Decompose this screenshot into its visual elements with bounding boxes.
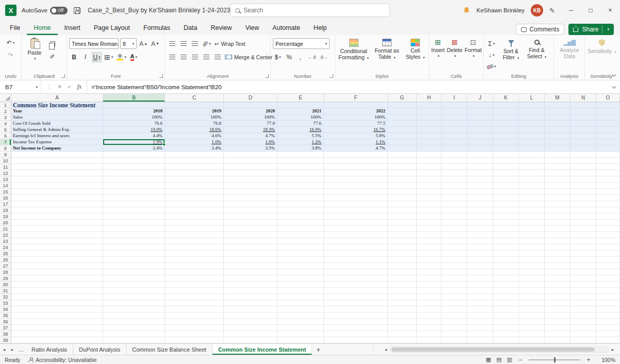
cell-B19[interactable] <box>103 213 165 220</box>
cell-K2[interactable] <box>493 108 519 114</box>
cell-F20[interactable] <box>324 220 388 226</box>
cell-C28[interactable] <box>165 269 224 275</box>
cell-O17[interactable] <box>596 201 620 207</box>
cell-E28[interactable] <box>278 269 324 275</box>
cell-C13[interactable] <box>165 176 224 183</box>
cell-I18[interactable] <box>442 207 467 213</box>
cell-G15[interactable] <box>388 189 417 195</box>
cell-D9[interactable] <box>224 152 278 158</box>
cell-H35[interactable] <box>417 312 442 319</box>
cell-A18[interactable] <box>11 207 103 213</box>
cell-G38[interactable] <box>388 331 417 337</box>
cell-C19[interactable] <box>165 213 224 220</box>
cell-G22[interactable] <box>388 232 417 238</box>
cell-K26[interactable] <box>493 257 519 263</box>
cell-L11[interactable] <box>519 164 545 170</box>
cell-E29[interactable] <box>278 275 324 282</box>
cell-N16[interactable] <box>570 195 596 201</box>
increase-decimal-button[interactable]: ←.0 <box>307 52 317 62</box>
cell-A7[interactable]: Income Tax Expense <box>11 139 103 145</box>
cell-K8[interactable] <box>493 145 519 152</box>
cell-L25[interactable] <box>519 251 545 257</box>
zoom-in-button[interactable]: + <box>585 356 592 363</box>
cell-L31[interactable] <box>519 288 545 294</box>
excel-app-icon[interactable]: X <box>5 5 17 16</box>
cell-N36[interactable] <box>570 319 596 325</box>
fill-dropdown-icon[interactable]: ▾ <box>493 53 495 57</box>
cell-E36[interactable] <box>278 319 324 325</box>
cell-K16[interactable] <box>493 195 519 201</box>
cell-K35[interactable] <box>493 312 519 319</box>
cell-B38[interactable] <box>103 331 165 337</box>
cell-K1[interactable] <box>493 102 519 108</box>
cell-C30[interactable] <box>165 282 224 288</box>
cell-M38[interactable] <box>545 331 570 337</box>
cell-N3[interactable] <box>570 114 596 121</box>
select-all-button[interactable] <box>0 94 11 102</box>
font-size-combo[interactable]: 8▾ <box>120 38 137 49</box>
cell-A3[interactable]: Sales <box>11 114 103 121</box>
cell-N35[interactable] <box>570 312 596 319</box>
cell-O33[interactable] <box>596 300 620 306</box>
cell-M21[interactable] <box>545 226 570 232</box>
cell-N20[interactable] <box>570 220 596 226</box>
row-header-30[interactable]: 30 <box>0 282 11 288</box>
cell-C36[interactable] <box>165 319 224 325</box>
cell-N26[interactable] <box>570 257 596 263</box>
cell-M13[interactable] <box>545 176 570 183</box>
increase-indent-button[interactable] <box>213 52 222 62</box>
cell-M29[interactable] <box>545 275 570 282</box>
cell-O11[interactable] <box>596 164 620 170</box>
cell-E14[interactable] <box>278 183 324 189</box>
cell-I17[interactable] <box>442 201 467 207</box>
cell-G14[interactable] <box>388 183 417 189</box>
autosave-toggle[interactable]: Off <box>50 7 68 14</box>
name-box[interactable]: B7 ▾ <box>0 80 41 93</box>
scroll-left-icon[interactable]: ◂ <box>383 347 389 352</box>
cell-E34[interactable] <box>278 306 324 312</box>
cell-D3[interactable]: 100% <box>224 114 278 121</box>
scrollbar-track[interactable] <box>390 346 609 353</box>
cell-G20[interactable] <box>388 220 417 226</box>
cell-B13[interactable] <box>103 176 165 183</box>
cell-M39[interactable] <box>545 337 570 343</box>
cell-C21[interactable] <box>165 226 224 232</box>
cell-C6[interactable]: 4.6% <box>165 133 224 139</box>
sensitivity-button[interactable]: Sensitivity ▾ <box>587 38 617 54</box>
cell-N21[interactable] <box>570 226 596 232</box>
cell-M12[interactable] <box>545 170 570 176</box>
sheet-tab-common-size-balance-sheet[interactable]: Common Size Balance Sheet <box>126 344 213 355</box>
cell-J33[interactable] <box>467 300 493 306</box>
name-box-dropdown-icon[interactable]: ▾ <box>36 85 38 89</box>
cell-I28[interactable] <box>442 269 467 275</box>
cell-J18[interactable] <box>467 207 493 213</box>
cell-N8[interactable] <box>570 145 596 152</box>
cell-M33[interactable] <box>545 300 570 306</box>
cell-E10[interactable] <box>278 158 324 164</box>
cell-H29[interactable] <box>417 275 442 282</box>
cell-M17[interactable] <box>545 201 570 207</box>
cell-A32[interactable] <box>11 294 103 300</box>
cell-K14[interactable] <box>493 183 519 189</box>
cell-K17[interactable] <box>493 201 519 207</box>
cell-E11[interactable] <box>278 164 324 170</box>
cell-N11[interactable] <box>570 164 596 170</box>
cell-J4[interactable] <box>467 121 493 127</box>
cell-A9[interactable] <box>11 152 103 158</box>
share-button[interactable]: Share ▾ <box>568 24 614 35</box>
cell-G11[interactable] <box>388 164 417 170</box>
cell-N1[interactable] <box>570 102 596 108</box>
cell-H24[interactable] <box>417 244 442 251</box>
cell-F38[interactable] <box>324 331 388 337</box>
cell-H16[interactable] <box>417 195 442 201</box>
cell-D34[interactable] <box>224 306 278 312</box>
cell-D35[interactable] <box>224 312 278 319</box>
align-top-button[interactable] <box>167 39 177 49</box>
number-format-dropdown-icon[interactable]: ▾ <box>325 42 327 46</box>
cell-G39[interactable] <box>388 337 417 343</box>
user-avatar[interactable]: KB <box>531 4 543 16</box>
cell-L5[interactable] <box>519 127 545 133</box>
fill-color-dropdown-icon[interactable]: ▾ <box>124 55 126 59</box>
insert-function-button[interactable]: fx <box>77 83 81 91</box>
conditional-formatting-button[interactable]: Conditional Formatting ▾ <box>337 38 370 60</box>
